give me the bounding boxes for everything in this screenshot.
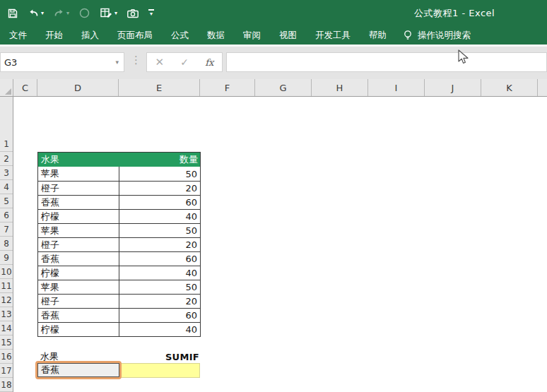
- fruit-cell[interactable]: 柠檬: [38, 210, 119, 223]
- qty-cell[interactable]: 60: [119, 196, 200, 209]
- undo-button[interactable]: ▾: [28, 8, 44, 19]
- save-button[interactable]: [7, 8, 18, 19]
- name-box-dropdown-icon[interactable]: ▾: [115, 59, 119, 66]
- row-header-11[interactable]: 11: [0, 279, 13, 293]
- row-header-17[interactable]: 17: [0, 364, 13, 378]
- sumif-label[interactable]: SUMIF: [119, 350, 201, 364]
- row-header-16[interactable]: 16: [0, 350, 13, 364]
- row-header-10[interactable]: 10: [0, 265, 13, 279]
- column-header-j[interactable]: J: [425, 79, 481, 96]
- qty-cell[interactable]: 60: [119, 309, 200, 322]
- table-row: 柠檬 40: [38, 322, 200, 336]
- fruit-cell[interactable]: 柠檬: [38, 266, 119, 280]
- table-row: 苹果 50: [38, 223, 200, 237]
- row-header-6[interactable]: 6: [0, 208, 13, 222]
- row-header-12[interactable]: 12: [0, 293, 13, 307]
- tab-developer[interactable]: 开发工具: [306, 26, 360, 44]
- table-row: 柠檬 40: [38, 209, 200, 223]
- camera-button[interactable]: [127, 8, 139, 19]
- name-box-value: G3: [4, 57, 17, 68]
- tell-me-search[interactable]: 操作说明搜索: [396, 26, 478, 44]
- row-header-14[interactable]: 14: [0, 321, 13, 335]
- table-row: 橙子 20: [38, 237, 200, 251]
- tab-file[interactable]: 文件: [0, 26, 36, 44]
- enter-icon[interactable]: ✓: [180, 57, 189, 68]
- row-header-7[interactable]: 7: [0, 222, 13, 237]
- formula-input[interactable]: [226, 52, 547, 72]
- row-header-8[interactable]: 8: [0, 237, 13, 251]
- fruit-cell[interactable]: 橙子: [38, 182, 119, 195]
- column-header-e[interactable]: E: [119, 79, 200, 96]
- column-header-c[interactable]: C: [13, 79, 37, 96]
- tab-view[interactable]: 视图: [270, 26, 306, 44]
- fruit-cell[interactable]: 苹果: [38, 167, 119, 181]
- qty-cell[interactable]: 60: [119, 252, 200, 266]
- redo-dropdown-caret[interactable]: ▾: [66, 11, 69, 16]
- quick-access-toolbar: ▾ ▾ ▾: [0, 7, 154, 19]
- cancel-icon[interactable]: ✕: [155, 56, 165, 69]
- table-header-fruit[interactable]: 水果: [38, 153, 119, 167]
- qty-cell[interactable]: 40: [119, 266, 200, 280]
- tab-page-layout[interactable]: 页面布局: [108, 26, 162, 44]
- tab-insert[interactable]: 插入: [72, 26, 108, 44]
- row-header-1[interactable]: 1: [0, 97, 13, 152]
- fruit-cell[interactable]: 香蕉: [38, 252, 119, 266]
- row-header-13[interactable]: 13: [0, 307, 13, 321]
- table-row: 橙子 20: [38, 294, 200, 308]
- fruit-cell[interactable]: 柠檬: [38, 323, 119, 336]
- undo-dropdown-caret[interactable]: ▾: [41, 11, 44, 16]
- column-header-f[interactable]: F: [200, 79, 255, 96]
- row-header-5[interactable]: 5: [0, 194, 13, 208]
- tab-formulas[interactable]: 公式: [162, 26, 198, 44]
- qty-cell[interactable]: 20: [119, 182, 200, 195]
- column-header-h[interactable]: H: [312, 79, 368, 96]
- row-header-2[interactable]: 2: [0, 152, 13, 166]
- qty-cell[interactable]: 50: [119, 224, 200, 237]
- customize-qat-button[interactable]: ▾: [148, 9, 154, 17]
- column-header-partial[interactable]: [538, 79, 547, 96]
- name-box[interactable]: G3 ▾: [0, 52, 124, 72]
- fruit-cell[interactable]: 香蕉: [38, 309, 119, 322]
- select-all-corner[interactable]: [0, 79, 13, 96]
- qty-cell[interactable]: 20: [119, 238, 200, 251]
- qty-cell[interactable]: 40: [119, 323, 200, 336]
- lightbulb-icon: [403, 30, 413, 41]
- tab-home[interactable]: 开始: [36, 26, 72, 44]
- fruit-cell[interactable]: 苹果: [38, 280, 119, 294]
- table-header-qty[interactable]: 数量: [119, 153, 200, 167]
- row-header-18[interactable]: 18: [0, 378, 13, 392]
- row-header-4[interactable]: 4: [0, 180, 13, 194]
- sheet-grid[interactable]: 水果 数量 苹果 50 橙子 20 香蕉 60 柠檬 40 苹果 50: [14, 97, 547, 392]
- fruit-cell[interactable]: 苹果: [38, 224, 119, 237]
- qty-cell[interactable]: 50: [119, 280, 200, 294]
- edit-table-dropdown-caret[interactable]: ▾: [114, 11, 117, 16]
- edit-table-button[interactable]: ▾: [100, 7, 117, 19]
- formula-bar-separator[interactable]: ⋮: [131, 54, 141, 66]
- tab-data[interactable]: 数据: [198, 26, 234, 44]
- excel-window: ▾ ▾ ▾: [0, 0, 547, 392]
- redo-button[interactable]: ▾: [53, 8, 69, 19]
- fruit-cell[interactable]: 橙子: [38, 238, 119, 251]
- criteria-cell-highlight: 香蕉: [35, 361, 122, 379]
- column-header-g[interactable]: G: [255, 79, 312, 96]
- column-header-i[interactable]: I: [368, 79, 425, 96]
- fruit-cell[interactable]: 橙子: [38, 295, 119, 308]
- row-header-15[interactable]: 15: [0, 335, 13, 350]
- tell-me-label: 操作说明搜索: [418, 30, 471, 42]
- row-header-9[interactable]: 9: [0, 251, 13, 265]
- row-header-3[interactable]: 3: [0, 166, 13, 180]
- tab-review[interactable]: 审阅: [234, 26, 270, 44]
- column-header-k[interactable]: K: [481, 79, 538, 96]
- insert-function-icon[interactable]: fx: [205, 57, 213, 68]
- qty-cell[interactable]: 50: [119, 167, 200, 181]
- fruit-cell[interactable]: 香蕉: [38, 196, 119, 209]
- qty-cell[interactable]: 40: [119, 210, 200, 223]
- column-header-d[interactable]: D: [37, 79, 119, 96]
- criteria-cell[interactable]: 香蕉: [37, 363, 119, 377]
- sumif-result-cell[interactable]: [121, 363, 200, 378]
- touch-mode-button[interactable]: [78, 7, 90, 19]
- table-row: 香蕉 60: [38, 251, 200, 266]
- table-row: 香蕉 60: [38, 308, 200, 322]
- tab-help[interactable]: 帮助: [360, 26, 396, 44]
- qty-cell[interactable]: 20: [119, 295, 200, 308]
